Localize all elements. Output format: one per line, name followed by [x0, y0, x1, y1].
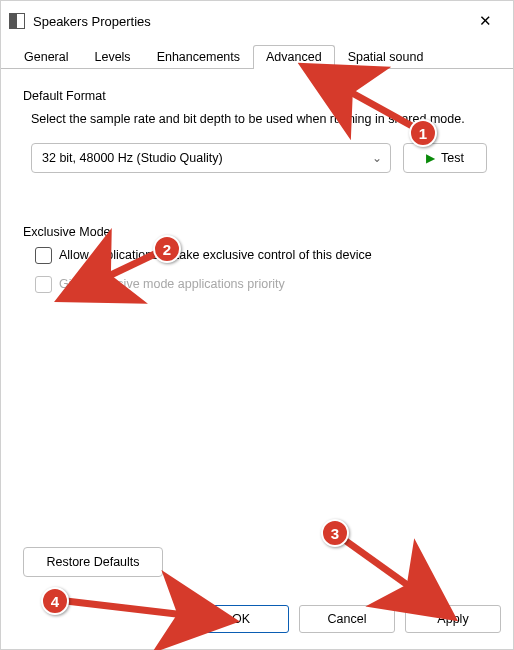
titlebar: Speakers Properties ✕: [1, 1, 513, 41]
exclusive-allow-checkbox[interactable]: [35, 247, 52, 264]
test-button-label: Test: [441, 151, 464, 165]
tab-advanced[interactable]: Advanced: [253, 45, 335, 69]
exclusive-allow-row[interactable]: Allow applications to take exclusive con…: [15, 247, 499, 264]
exclusive-allow-label: Allow applications to take exclusive con…: [59, 248, 372, 262]
exclusive-mode-label: Exclusive Mode: [15, 225, 499, 239]
exclusive-priority-row: Give exclusive mode applications priorit…: [15, 276, 499, 293]
sample-format-dropdown[interactable]: 32 bit, 48000 Hz (Studio Quality) ⌄: [31, 143, 391, 173]
close-icon: ✕: [479, 12, 492, 30]
apply-button[interactable]: Apply: [405, 605, 501, 633]
ok-button[interactable]: OK: [193, 605, 289, 633]
tab-general[interactable]: General: [11, 45, 81, 69]
annotation-marker-1: 1: [409, 119, 437, 147]
default-format-label: Default Format: [15, 89, 499, 103]
speakers-icon: [9, 13, 25, 29]
annotation-marker-4: 4: [41, 587, 69, 615]
ok-button-label: OK: [232, 612, 250, 626]
tab-levels[interactable]: Levels: [81, 45, 143, 69]
dialog-buttons: OK Cancel Apply: [193, 605, 501, 633]
chevron-down-icon: ⌄: [372, 151, 382, 165]
annotation-marker-2: 2: [153, 235, 181, 263]
sample-format-value: 32 bit, 48000 Hz (Studio Quality): [42, 151, 223, 165]
default-format-row: 32 bit, 48000 Hz (Studio Quality) ⌄ ▶ Te…: [15, 143, 499, 173]
tabstrip: General Levels Enhancements Advanced Spa…: [1, 41, 513, 69]
exclusive-mode-group: Exclusive Mode Allow applications to tak…: [15, 219, 499, 315]
restore-defaults-button[interactable]: Restore Defaults: [23, 547, 163, 577]
tab-content-advanced: Default Format Select the sample rate an…: [1, 69, 513, 325]
svg-line-2: [339, 536, 441, 609]
cancel-button-label: Cancel: [328, 612, 367, 626]
speakers-properties-window: Speakers Properties ✕ General Levels Enh…: [0, 0, 514, 650]
exclusive-priority-checkbox: [35, 276, 52, 293]
restore-defaults-label: Restore Defaults: [46, 555, 139, 569]
apply-button-label: Apply: [437, 612, 468, 626]
close-button[interactable]: ✕: [469, 5, 501, 37]
tab-spatial-sound[interactable]: Spatial sound: [335, 45, 437, 69]
test-button[interactable]: ▶ Test: [403, 143, 487, 173]
play-icon: ▶: [426, 151, 435, 165]
window-title: Speakers Properties: [33, 14, 469, 29]
tab-enhancements[interactable]: Enhancements: [144, 45, 253, 69]
exclusive-priority-label: Give exclusive mode applications priorit…: [59, 277, 285, 291]
cancel-button[interactable]: Cancel: [299, 605, 395, 633]
annotation-marker-3: 3: [321, 519, 349, 547]
